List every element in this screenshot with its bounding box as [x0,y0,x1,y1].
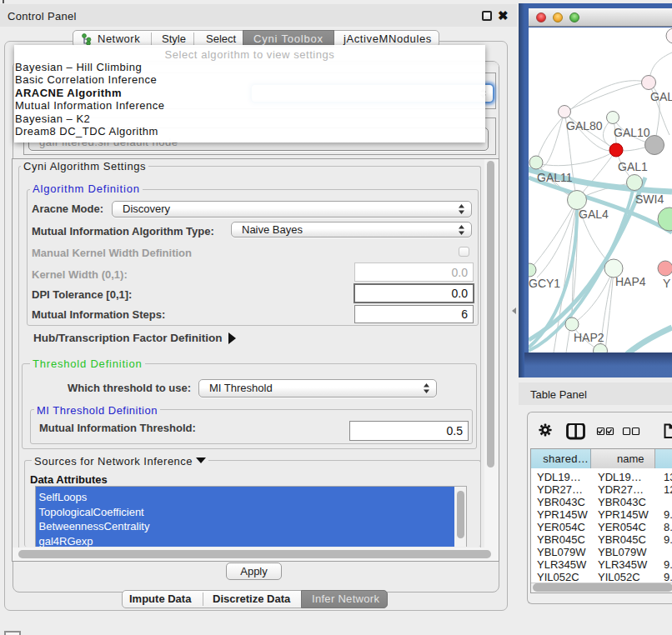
svg-text:Y: Y [663,277,671,290]
svg-text:HAP4: HAP4 [615,275,646,288]
svg-text:GAL: GAL [650,90,672,103]
svg-text:GAL10: GAL10 [614,126,650,139]
svg-text:GAL1: GAL1 [618,160,648,173]
svg-text:GAL80: GAL80 [566,119,603,132]
svg-text:HAP2: HAP2 [574,331,604,344]
svg-text:GAL4: GAL4 [579,208,609,221]
svg-text:GAL11: GAL11 [537,171,573,184]
svg-text:SWI4: SWI4 [635,192,664,206]
svg-text:GCY1: GCY1 [529,277,560,290]
